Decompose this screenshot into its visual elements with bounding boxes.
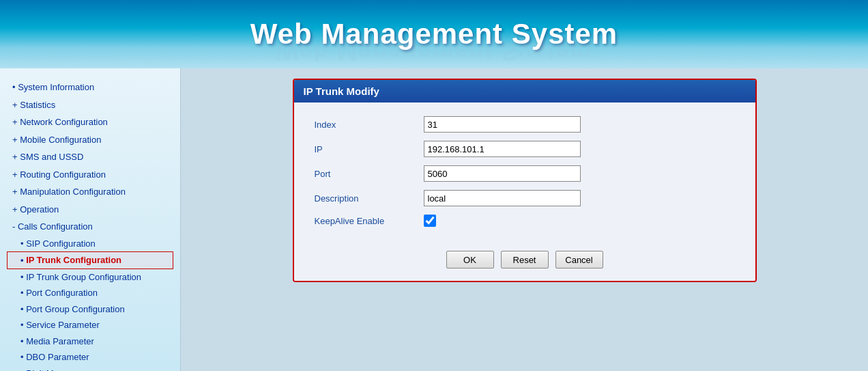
sidebar-item-statistics[interactable]: Statistics: [7, 96, 173, 114]
dialog-body: Index IP Port Description KeepAlive Enab: [294, 102, 755, 245]
ip-label: IP: [315, 144, 424, 154]
port-input[interactable]: [424, 165, 581, 182]
sidebar-item-operation[interactable]: Operation: [7, 201, 173, 219]
index-label: Index: [315, 120, 424, 130]
description-row: Description: [315, 190, 735, 206]
sidebar-item-media-parameter[interactable]: Media Parameter: [7, 333, 173, 350]
sidebar-item-calls-configuration[interactable]: Calls Configuration: [7, 218, 173, 236]
ip-trunk-modify-dialog: IP Trunk Modify Index IP Port Descriptio…: [293, 79, 757, 282]
cancel-button[interactable]: Cancel: [555, 251, 603, 269]
sidebar: System InformationStatisticsNetwork Conf…: [0, 68, 181, 371]
sidebar-item-sms-ussd[interactable]: SMS and USSD: [7, 148, 173, 166]
index-input[interactable]: [424, 116, 581, 133]
content-area: IP Trunk Modify Index IP Port Descriptio…: [181, 68, 868, 371]
ip-input[interactable]: [424, 141, 581, 157]
main-layout: System InformationStatisticsNetwork Conf…: [0, 68, 868, 371]
sidebar-item-sip-configuration[interactable]: SIP Configuration: [7, 236, 173, 252]
sidebar-item-network-configuration[interactable]: Network Configuration: [7, 113, 173, 131]
keepalive-label: KeepAlive Enable: [315, 216, 424, 226]
reset-button[interactable]: Reset: [501, 251, 549, 269]
sidebar-item-service-parameter[interactable]: Service Parameter: [7, 317, 173, 333]
ip-row: IP: [315, 141, 735, 157]
index-row: Index: [315, 116, 735, 133]
port-label: Port: [315, 169, 424, 179]
keepalive-checkbox[interactable]: [424, 215, 436, 227]
app-title: Web Management System: [250, 18, 618, 51]
sidebar-item-digit-map[interactable]: Digit Map: [7, 366, 173, 372]
description-label: Description: [315, 193, 424, 204]
sidebar-item-mobile-configuration[interactable]: Mobile Configuration: [7, 131, 173, 149]
sidebar-item-ip-trunk-configuration[interactable]: IP Trunk Configuration: [7, 251, 173, 269]
port-row: Port: [315, 165, 735, 182]
sidebar-item-system-information[interactable]: System Information: [7, 79, 173, 96]
description-input[interactable]: [424, 190, 581, 206]
sidebar-item-dbo-parameter[interactable]: DBO Parameter: [7, 349, 173, 366]
sidebar-item-manipulation-configuration[interactable]: Manipulation Configuration: [7, 183, 173, 201]
ok-button[interactable]: OK: [446, 251, 494, 269]
dialog-footer: OK Reset Cancel: [294, 245, 755, 281]
header: Web Management System Web Management Sys…: [0, 0, 868, 68]
sidebar-item-routing-configuration[interactable]: Routing Configuration: [7, 166, 173, 184]
dialog-title: IP Trunk Modify: [294, 80, 755, 102]
sidebar-item-ip-trunk-group-configuration[interactable]: IP Trunk Group Configuration: [7, 269, 173, 286]
keepalive-row: KeepAlive Enable: [315, 215, 735, 227]
sidebar-item-port-group-configuration[interactable]: Port Group Configuration: [7, 301, 173, 318]
sidebar-item-port-configuration[interactable]: Port Configuration: [7, 285, 173, 301]
